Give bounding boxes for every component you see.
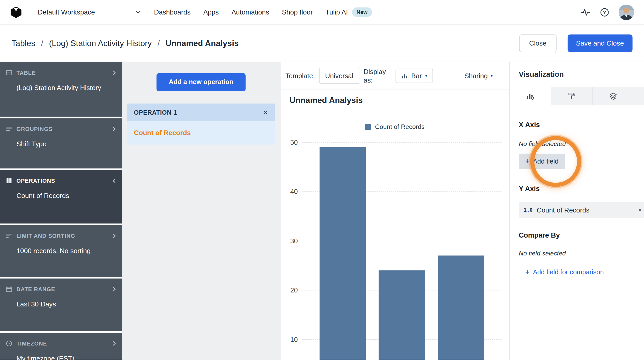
new-badge: New (352, 8, 372, 17)
tulip-logo-icon (10, 6, 22, 18)
sidebar-section-groupings[interactable]: GROUPINGS Shift Type (0, 118, 122, 168)
analysis-sidebar: TABLE (Log) Station Activity History GRO… (0, 62, 122, 360)
activity-pulse-icon[interactable] (581, 7, 591, 17)
groupings-icon (6, 126, 12, 132)
navbar-right: ? (581, 4, 634, 20)
x-axis-heading: X Axis (519, 121, 644, 129)
nav-dashboards[interactable]: Dashboards (154, 8, 190, 16)
sidebar-section-title: OPERATIONS (16, 178, 107, 184)
sidebar-section-table[interactable]: TABLE (Log) Station Activity History (0, 62, 122, 117)
bar-chart-icon (401, 72, 408, 79)
add-operation-button[interactable]: Add a new operation (157, 73, 246, 91)
display-as-label: Display as: (364, 67, 391, 84)
nav-shop-floor[interactable]: Shop floor (282, 8, 313, 16)
sidebar-section-title: TABLE (16, 70, 107, 76)
sidebar-section-timezone[interactable]: TIMEZONE My timezone (EST) (0, 333, 122, 360)
sidebar-section-value: (Log) Station Activity History (16, 83, 116, 93)
add-field-button[interactable]: + Add field (519, 154, 565, 169)
sidebar-section-value: My timezone (EST) (16, 353, 116, 360)
sharing-label: Sharing (464, 72, 488, 80)
drag-handle-icon[interactable] (639, 209, 641, 211)
plus-icon: + (525, 269, 530, 276)
x-axis-empty-text: No field selected (519, 140, 644, 148)
main-navigation: Dashboards Apps Automations Shop floor T… (154, 8, 372, 17)
chart-panel: Template: Universal Display as: Bar ▾ Sh… (280, 62, 510, 360)
chevron-right-icon[interactable] (111, 70, 117, 76)
table-icon (6, 69, 12, 76)
y-axis-heading: Y Axis (519, 185, 644, 193)
template-selector[interactable]: Universal (319, 68, 360, 84)
operations-columns-icon (6, 178, 12, 184)
sharing-dropdown[interactable]: Sharing ▾ (464, 72, 493, 80)
display-as-selector[interactable]: Bar ▾ (396, 69, 433, 83)
sidebar-section-limit-sorting[interactable]: LIMIT AND SORTING 1000 records, No sorti… (0, 225, 122, 277)
sidebar-section-date-range[interactable]: DATE RANGE Last 30 Days (0, 278, 122, 331)
breadcrumb-separator: / (158, 38, 160, 48)
tulip-logo[interactable] (10, 6, 22, 18)
add-field-label: Add field (533, 158, 559, 165)
legend-label: Count of Records (375, 123, 425, 131)
calendar-icon (6, 286, 12, 292)
breadcrumb-current-analysis: Unnamed Analysis (166, 38, 239, 48)
chart-bar[interactable] (320, 147, 366, 360)
legend-swatch (365, 124, 371, 130)
display-as-value: Bar (411, 72, 422, 80)
operation-header[interactable]: OPERATION 1 × (127, 104, 275, 121)
compare-by-empty-text: No field selected (519, 250, 644, 257)
breadcrumb-tables[interactable]: Tables (11, 38, 35, 48)
chart-legend[interactable]: Count of Records (280, 123, 509, 131)
visualization-panel: Visualization (510, 62, 644, 360)
operation-item-count-of-records[interactable]: Count of Records (127, 121, 275, 144)
svg-text:?: ? (603, 9, 606, 15)
y-tick-label: 20 (280, 285, 298, 295)
chart-title: Unnamed Analysis (290, 96, 509, 105)
y-axis-field-row[interactable]: 1.0 Count of Records (519, 202, 644, 218)
breadcrumb: Tables / (Log) Station Activity History … (11, 38, 239, 48)
user-avatar[interactable] (619, 4, 634, 20)
tab-chart-settings[interactable] (510, 87, 551, 105)
chart-bar[interactable] (438, 255, 484, 360)
close-button[interactable]: Close (519, 34, 556, 52)
help-icon[interactable]: ? (600, 7, 610, 17)
compare-by-heading: Compare By (519, 231, 644, 240)
chevron-right-icon[interactable] (111, 286, 117, 292)
chevron-down-icon (135, 9, 141, 15)
plus-icon: + (525, 158, 530, 165)
breadcrumb-separator: / (41, 38, 43, 48)
tab-layers[interactable] (593, 87, 634, 105)
sidebar-section-title: GROUPINGS (16, 126, 107, 132)
tulip-analytics-editor: Default Workspace Dashboards Apps Automa… (0, 0, 644, 360)
chart-bar[interactable] (379, 270, 425, 360)
nav-automations[interactable]: Automations (232, 8, 269, 16)
y-axis-field-name: Count of Records (537, 206, 635, 214)
top-navbar: Default Workspace Dashboards Apps Automa… (0, 0, 644, 25)
main-content: TABLE (Log) Station Activity History GRO… (0, 62, 644, 360)
chart-settings-icon (526, 92, 535, 100)
y-tick-label: 40 (280, 187, 298, 196)
nav-tulip-ai-label: Tulip AI (325, 8, 348, 16)
nav-tulip-ai[interactable]: Tulip AI New (325, 8, 372, 17)
operation-title: OPERATION 1 (134, 109, 177, 116)
nav-apps[interactable]: Apps (203, 8, 219, 16)
add-comparison-label: Add field for comparison (533, 269, 604, 276)
sort-filter-icon (6, 232, 12, 239)
numeric-type-badge: 1.0 (524, 207, 532, 213)
sidebar-section-title: TIMEZONE (16, 340, 107, 347)
add-comparison-link[interactable]: + Add field for comparison (525, 269, 604, 276)
workspace-selector[interactable]: Default Workspace (38, 8, 141, 16)
chevron-right-icon[interactable] (111, 126, 117, 132)
chevron-left-icon[interactable] (111, 178, 117, 183)
breadcrumb-table-name[interactable]: (Log) Station Activity History (49, 38, 152, 48)
tab-bar-filler (634, 87, 644, 105)
page-header: Tables / (Log) Station Activity History … (0, 25, 644, 62)
save-and-close-button[interactable]: Save and Close (567, 34, 633, 52)
close-operation-icon[interactable]: × (263, 108, 268, 116)
tab-format[interactable] (551, 87, 593, 105)
sidebar-section-value: Count of Records (16, 191, 116, 201)
chevron-right-icon[interactable] (111, 341, 117, 346)
sidebar-section-operations[interactable]: OPERATIONS Count of Records (0, 170, 122, 223)
operation-card: OPERATION 1 × Count of Records (127, 104, 275, 145)
chevron-right-icon[interactable] (111, 233, 117, 239)
layers-icon (609, 92, 617, 100)
clock-icon (6, 340, 12, 347)
